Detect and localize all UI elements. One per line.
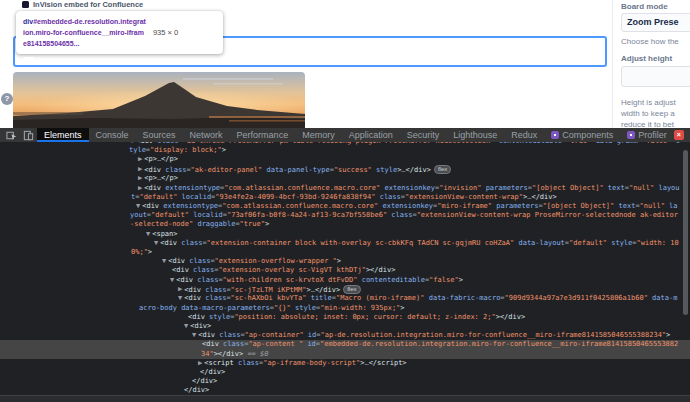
tag-token: <div xyxy=(144,184,161,192)
attribute-name: class xyxy=(193,276,218,284)
tag-token: <script xyxy=(204,359,234,367)
tab-security[interactable]: Security xyxy=(400,128,447,142)
attribute-value: "sc-jTzLTM iKPtMM" xyxy=(231,285,307,293)
tree-row[interactable]: ▼<div class="with-children sc-krvtoX dtF… xyxy=(0,276,690,285)
expand-arrow-icon[interactable]: ▶ xyxy=(138,184,142,192)
tag-token: > xyxy=(400,304,404,312)
tab-redux[interactable]: Redux xyxy=(504,128,544,142)
tree-row[interactable]: ▼<div class="extension-overflow-wrapper … xyxy=(0,257,690,266)
attribute-name: data-gramm xyxy=(591,142,637,145)
tag-token: <div xyxy=(184,285,201,293)
tree-row[interactable]: ▼<div class="sc-hAXbOi kbvYTa" title="Ma… xyxy=(0,294,690,312)
tree-row[interactable]: ▶<p>…</p> xyxy=(0,174,690,183)
expand-arrow-icon[interactable]: ▼ xyxy=(170,276,174,284)
attribute-value: "com.atlassian.confluence.macro.core" xyxy=(224,184,380,192)
expand-arrow-icon[interactable]: ▶ xyxy=(138,174,142,182)
tab-components[interactable]: Components xyxy=(544,128,620,142)
adjust-height-input[interactable] xyxy=(621,66,690,87)
expand-arrow-icon[interactable]: ▼ xyxy=(136,202,140,210)
tag-token: > xyxy=(666,331,670,339)
attribute-name: data-layout xyxy=(514,239,565,247)
tree-row[interactable]: ▶<script class="ap-iframe-body-script">…… xyxy=(0,359,690,368)
attribute-value: "{}" xyxy=(274,304,291,312)
tab-memory[interactable]: Memory xyxy=(295,128,342,142)
attribute-value: "extension-overflow-wrapper " xyxy=(215,257,337,265)
tree-row[interactable]: ▶<div class="ak-editor-panel" data-panel… xyxy=(0,165,690,175)
tree-row[interactable]: <div style="position: absolute; inset: 0… xyxy=(0,313,690,322)
inspect-tooltip: div#embedded-de.resolution.integrat ion.… xyxy=(16,11,223,54)
expand-arrow-icon[interactable]: ▼ xyxy=(178,294,182,302)
tab-lighthouse[interactable]: Lighthouse xyxy=(446,128,504,142)
tag-token: ></div> xyxy=(366,266,396,274)
device-toolbar-icon[interactable] xyxy=(23,130,34,141)
miro-board-image xyxy=(13,72,305,128)
tree-row[interactable]: </div> xyxy=(0,377,690,386)
tree-row[interactable]: </div> xyxy=(0,368,690,377)
attribute-name: contenteditable xyxy=(494,142,561,145)
attribute-name: class xyxy=(161,165,186,173)
error-badge-icon[interactable]: × xyxy=(674,130,684,140)
tag-token: <div xyxy=(184,294,201,302)
tree-row[interactable]: ▶<p>…</p> xyxy=(0,155,690,164)
tree-row[interactable]: ▼<div class="extension-container block w… xyxy=(0,239,690,257)
tag-token: ></div> xyxy=(496,313,526,321)
tag-token: > xyxy=(265,220,269,228)
attribute-value: "false" xyxy=(429,276,459,284)
tab-label: Profiler xyxy=(638,128,667,142)
tab-network[interactable]: Network xyxy=(183,128,230,142)
attribute-name: class xyxy=(177,239,202,247)
expand-arrow-icon[interactable]: ▼ xyxy=(130,142,134,145)
tree-row-selected[interactable]: <div class="ap-content " id="embedded-de… xyxy=(0,340,690,358)
expand-arrow-icon[interactable]: ▼ xyxy=(154,239,158,247)
tree-row[interactable]: ▼<span> xyxy=(0,230,690,239)
attribute-value: "true" xyxy=(240,220,265,228)
expand-arrow-icon[interactable]: ▼ xyxy=(162,257,166,265)
attribute-value: "ap-de.resolution.integration.miro-for-c… xyxy=(320,331,666,339)
tag-token: ></div> xyxy=(214,350,244,358)
board-mode-help: Choose how the xyxy=(621,36,679,47)
attribute-name: data-panel-type xyxy=(262,165,329,173)
attribute-value: "default" xyxy=(151,211,189,219)
expand-arrow-icon[interactable]: ▶ xyxy=(178,285,182,293)
expand-arrow-icon[interactable]: ▼ xyxy=(192,331,196,339)
tree-row[interactable]: ▼<div class="ap-container" id="ap-de.res… xyxy=(0,331,690,340)
tree-row[interactable]: ▶<div extensiontype="com.atlassian.confl… xyxy=(0,184,690,202)
attribute-value: "default" xyxy=(569,239,607,247)
expand-arrow-icon[interactable]: ▼ xyxy=(146,230,150,238)
tab-label: Network xyxy=(190,128,223,142)
tree-row[interactable]: ▶<div class="sc-jTzLTM iKPtMM">…</div>fl… xyxy=(0,285,690,295)
tab-elements[interactable]: Elements xyxy=(37,128,89,142)
tag-token: <div> xyxy=(190,322,211,330)
tab-label: Lighthouse xyxy=(453,128,497,142)
expand-arrow-icon[interactable]: ▶ xyxy=(138,165,142,173)
tree-row[interactable]: ▼<div> xyxy=(0,322,690,331)
tag-token: > xyxy=(148,248,152,256)
attribute-value: "Macro (miro-iframe)" xyxy=(336,294,425,302)
inspect-tooltip-dimensions: 935 × 0 xyxy=(153,28,178,37)
tree-row[interactable]: ▼<div extensiontype="com.atlassian.confl… xyxy=(0,202,690,230)
elements-tree: ▼<div class="ua-chrome ProseMirror pm-ta… xyxy=(0,142,690,396)
vertical-scrollbar[interactable] xyxy=(683,150,688,315)
expand-arrow-icon[interactable]: ▼ xyxy=(184,322,188,330)
expand-arrow-icon[interactable]: ▶ xyxy=(198,359,202,367)
expand-arrow-icon[interactable]: ▶ xyxy=(138,155,142,163)
tab-label: Elements xyxy=(44,128,82,142)
tag-token: > xyxy=(337,257,341,265)
settings-panel: Board mode Zoom Prese Choose how the Adj… xyxy=(612,0,690,128)
tab-profiler[interactable]: Profiler xyxy=(620,128,674,142)
tab-sources[interactable]: Sources xyxy=(136,128,183,142)
attribute-name: id xyxy=(304,331,317,339)
board-mode-select[interactable]: Zoom Prese xyxy=(621,13,690,32)
help-button[interactable]: ? xyxy=(1,93,13,105)
tab-application[interactable]: Application xyxy=(342,128,400,142)
attribute-name: localid xyxy=(177,193,211,201)
tab-console[interactable]: Console xyxy=(89,128,136,142)
attribute-value: "extension-overlay sc-VigVT kthDTj" xyxy=(218,266,366,274)
attribute-name: data-macro-parameters xyxy=(177,304,270,312)
inspect-icon[interactable] xyxy=(6,130,17,141)
tree-row[interactable]: <div class="extension-overlay sc-VigVT k… xyxy=(0,266,690,275)
tree-row[interactable]: ▼<div class="ua-chrome ProseMirror pm-ta… xyxy=(0,142,690,155)
tab-performance[interactable]: Performance xyxy=(230,128,296,142)
attribute-name: extensionkey xyxy=(378,202,433,210)
console-hint: == $0 xyxy=(243,350,268,358)
